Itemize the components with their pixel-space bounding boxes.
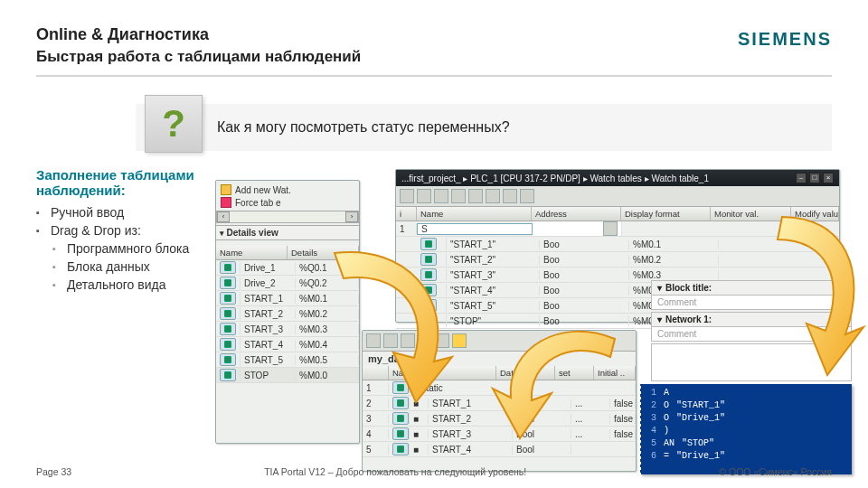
min-icon[interactable]: – (796, 173, 807, 183)
dropdown-icon[interactable] (603, 221, 618, 236)
table-row[interactable]: 4■START_3Bool...false (363, 427, 636, 442)
breadcrumb[interactable]: ...first_project_ ▸ PLC_1 [CPU 317-2 PN/… (401, 174, 709, 183)
db-toolbar (363, 331, 636, 352)
table-row[interactable]: STOP%M0.0 (216, 368, 359, 383)
filter-icon[interactable] (452, 333, 467, 348)
table-row[interactable]: START_4%M0.4 (216, 337, 359, 352)
add-watch-item[interactable]: Add new Wat. (221, 184, 354, 195)
siemens-logo: SIEMENS (738, 29, 832, 50)
slide-header: Online & Диагностика Быстрая работа с та… (36, 25, 832, 77)
table-row[interactable]: START_1%M0.1 (216, 291, 359, 306)
close-icon[interactable]: × (823, 173, 834, 183)
tool-icon[interactable] (418, 333, 432, 348)
force-table-item[interactable]: Force tab e (221, 197, 354, 208)
table-row[interactable]: 3■START_2Bool...false (363, 411, 636, 427)
block-title-header[interactable]: ▾Block title: (652, 281, 851, 296)
details-view-header[interactable]: ▾ Details view (216, 225, 359, 240)
tool-icon[interactable] (435, 333, 449, 348)
table-row[interactable]: START_3%M0.3 (216, 322, 359, 337)
tool-icon[interactable] (468, 189, 483, 203)
tool-icon[interactable] (383, 333, 398, 348)
watch-input-row[interactable]: 1S (396, 221, 839, 237)
table-row[interactable]: "START_1"Boo%M0.1 (396, 237, 839, 252)
table-row[interactable]: Drive_1%Q0.1 (216, 260, 359, 276)
network-panel: ▾Block title: Comment ▾Network 1: Commen… (651, 280, 852, 383)
question-bar: Как я могу посмотреть статус переменных? (136, 104, 832, 151)
stl-code-block: 1A 2O"START_1" 3O"Drive_1" 4) 5AN"STOP" … (640, 384, 852, 474)
table-row[interactable]: Drive_2%Q0.2 (216, 276, 359, 291)
db-title: my_data (363, 352, 636, 366)
table-row[interactable]: "START_2"Boo%M0.2 (396, 252, 839, 267)
footer-mid: TIA Portal V12 – Добро пожаловать на сле… (264, 466, 526, 477)
slide-footer: Page 33 TIA Portal V12 – Добро пожаловат… (36, 466, 832, 477)
table-row[interactable]: START_2%M0.2 (216, 306, 359, 322)
page-number: Page 33 (36, 466, 71, 477)
footer-right: © ООО «Сименс» Россия (719, 466, 832, 477)
watch-titlebar[interactable]: ...first_project_ ▸ PLC_1 [CPU 317-2 PN/… (396, 170, 839, 186)
tool-icon[interactable] (366, 333, 381, 348)
db-panel: my_data Name Data ty set Initial .. 1▾ S… (362, 330, 637, 472)
project-tree-panel: Add new Wat. Force tab e ‹› ▾ Details vi… (215, 180, 360, 444)
table-row[interactable]: 5■START_4Bool (363, 442, 636, 457)
question-mark-icon: ? (145, 95, 203, 153)
table-row[interactable]: 2■START_1Bool...false (363, 396, 636, 411)
subtitle: Быстрая работа с таблицами наблюдений (36, 48, 832, 66)
table-row[interactable]: START_5%M0.5 (216, 352, 359, 368)
tool-icon[interactable] (520, 189, 534, 203)
details-rows: Drive_1%Q0.1 Drive_2%Q0.2 START_1%M0.1 S… (216, 260, 359, 383)
tool-icon[interactable] (400, 189, 414, 203)
network-header[interactable]: ▾Network 1: (652, 313, 851, 327)
tool-icon[interactable] (486, 189, 500, 203)
tool-icon[interactable] (417, 189, 431, 203)
static-row[interactable]: 1▾ Static (363, 380, 636, 396)
question-text: Как я могу посмотреть статус переменных? (217, 119, 510, 136)
title: Online & Диагностика (36, 25, 832, 44)
tool-icon[interactable] (503, 189, 517, 203)
max-icon[interactable]: □ (809, 173, 820, 183)
tool-icon[interactable] (434, 189, 448, 203)
tool-icon[interactable] (401, 333, 415, 348)
tool-icon[interactable] (451, 189, 466, 203)
watch-toolbar (396, 186, 839, 207)
